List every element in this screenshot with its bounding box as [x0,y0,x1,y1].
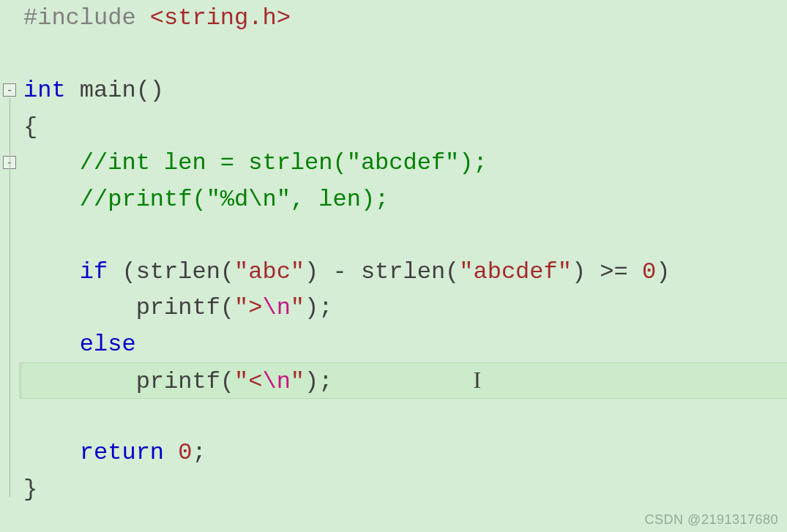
punct-token: ); [305,294,332,321]
punct-token: ) [572,258,586,285]
operator-token: >= [586,258,642,285]
code-line: else [22,326,787,363]
keyword-token: return [80,439,164,466]
code-line: //int len = strlen("abcdef"); [22,145,787,181]
punct-token: ) [305,258,318,285]
keyword-token: if [80,258,108,285]
fold-marker-icon[interactable]: - [3,83,16,97]
string-token: "abcdef" [459,258,572,285]
code-line: return 0; [22,435,787,471]
code-line: { [22,109,787,146]
string-token: " [291,368,305,395]
identifier-token: printf [136,294,220,321]
number-token: 0 [642,258,656,285]
punct-token: ( [220,368,234,395]
string-token: " [291,294,305,321]
punct-token: () [136,77,164,104]
keyword-token: else [80,331,136,358]
code-line: if (strlen("abc") - strlen("abcdef") >= … [22,254,787,291]
preproc-token: #include [23,4,136,31]
identifier-token: main [80,77,136,104]
escape-token: \n [262,294,290,321]
brace-open: { [23,113,37,141]
punct-token: ( [445,258,459,285]
code-line-blank [22,37,787,73]
code-line: int main() [22,72,787,109]
text-caret-icon: I [474,367,482,393]
code-line-blank [22,399,787,435]
comment-token: //int len = strlen("abcdef"); [80,149,488,176]
code-editor[interactable]: - - #include <string.h> int main() { //i… [0,0,787,532]
punct-token: ( [220,294,234,321]
identifier-token: printf [136,368,220,395]
fold-guide-line [10,98,10,497]
code-line: //printf("%d\n", len); [22,181,787,218]
punct-token: ; [192,439,206,466]
watermark-text: CSDN @2191317680 [645,512,778,528]
string-token: "abc" [234,258,305,285]
include-header: <string.h> [150,4,291,31]
code-line: } [22,471,787,508]
brace-close: } [23,476,37,503]
string-token: "> [234,294,262,321]
code-area[interactable]: #include <string.h> int main() { //int l… [22,0,787,507]
keyword-token: int [23,77,66,104]
punct-token: ( [220,258,234,285]
fold-gutter: - - [0,0,20,532]
punct-token: ( [108,258,135,285]
identifier-token: strlen [361,258,445,285]
operator-token: - [318,258,361,285]
escape-token: \n [262,368,290,395]
code-line: #include <string.h> [22,0,787,37]
number-token: 0 [164,439,192,466]
identifier-token: strlen [136,258,220,285]
comment-token: //printf("%d\n", len); [80,186,389,213]
punct-token: ); [305,368,332,395]
punct-token: ) [656,258,670,285]
string-token: "< [234,368,262,395]
code-line-active[interactable]: printf("<\n"); I [19,362,787,399]
code-line-blank [22,217,787,254]
code-line: printf(">\n"); [22,290,787,326]
